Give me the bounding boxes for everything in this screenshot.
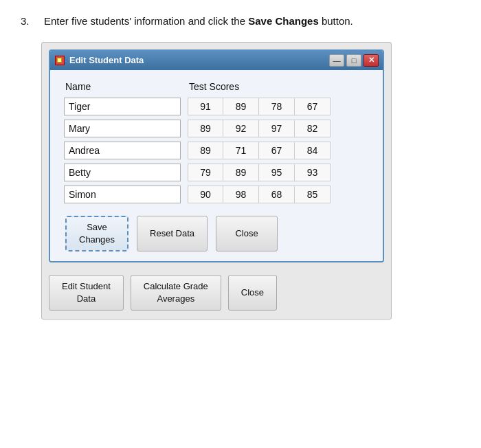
dialog-body: Name Test Scores 91897867899297828971678… (50, 70, 383, 261)
instruction-text: Enter five students' information and cli… (44, 14, 353, 30)
score-cell-5-4: 85 (295, 186, 331, 203)
student-rows: 9189786789929782897167847989959390986885 (64, 98, 369, 203)
score-cell-1-3: 78 (259, 98, 295, 115)
table-row: 91897867 (64, 98, 369, 115)
dialog-title-left: Edit Student Data (54, 55, 144, 66)
outer-container: Edit Student Data — □ ✕ Name Test Scores… (41, 42, 392, 320)
score-cell-3-3: 67 (259, 142, 295, 159)
window-close-button[interactable]: ✕ (363, 54, 379, 67)
score-cell-2-3: 97 (259, 120, 295, 137)
name-input-4[interactable] (64, 164, 181, 181)
scores-column-header: Test Scores (189, 81, 239, 92)
score-cell-1-1: 91 (188, 98, 223, 115)
score-cell-2-1: 89 (188, 120, 223, 137)
instruction-number: 3. (21, 14, 37, 30)
maximize-button[interactable]: □ (346, 54, 361, 67)
calculate-grade-averages-button[interactable]: Calculate GradeAverages (131, 275, 221, 311)
dialog-buttons: SaveChanges Reset Data Close (64, 216, 369, 251)
table-row: 89929782 (64, 120, 369, 137)
table-row: 90986885 (64, 186, 369, 203)
score-cell-4-3: 95 (259, 164, 295, 181)
score-cell-4-4: 93 (295, 164, 331, 181)
score-cell-3-1: 89 (188, 142, 223, 159)
score-cell-5-3: 68 (259, 186, 295, 203)
table-row: 79899593 (64, 164, 369, 181)
score-cell-5-1: 90 (188, 186, 223, 203)
score-cell-3-2: 71 (223, 142, 259, 159)
score-cell-5-2: 98 (223, 186, 259, 203)
dialog-titlebar: Edit Student Data — □ ✕ (50, 51, 383, 70)
app-icon (54, 55, 65, 66)
name-input-1[interactable] (64, 98, 181, 115)
instruction-block: 3. Enter five students' information and … (21, 14, 460, 30)
bottom-close-button[interactable]: Close (228, 275, 277, 311)
name-input-5[interactable] (64, 186, 181, 203)
name-input-3[interactable] (64, 142, 181, 159)
score-cell-3-4: 84 (295, 142, 331, 159)
dialog-window: Edit Student Data — □ ✕ Name Test Scores… (49, 49, 384, 262)
bottom-bar: Edit StudentData Calculate GradeAverages… (42, 269, 391, 311)
score-cell-2-2: 92 (223, 120, 259, 137)
name-column-header: Name (65, 81, 182, 92)
score-cell-4-2: 89 (223, 164, 259, 181)
score-cell-1-4: 67 (295, 98, 331, 115)
dialog-controls: — □ ✕ (329, 54, 379, 67)
dialog-close-button[interactable]: Close (216, 216, 278, 251)
table-row: 89716784 (64, 142, 369, 159)
reset-data-button[interactable]: Reset Data (137, 216, 208, 251)
minimize-button[interactable]: — (329, 54, 344, 67)
edit-student-data-button[interactable]: Edit StudentData (49, 275, 124, 311)
score-cell-2-4: 82 (295, 120, 331, 137)
score-cell-4-1: 79 (188, 164, 223, 181)
dialog-title: Edit Student Data (69, 55, 144, 65)
name-input-2[interactable] (64, 120, 181, 137)
save-changes-button[interactable]: SaveChanges (65, 216, 128, 251)
column-headers: Name Test Scores (64, 81, 369, 92)
score-cell-1-2: 89 (223, 98, 259, 115)
